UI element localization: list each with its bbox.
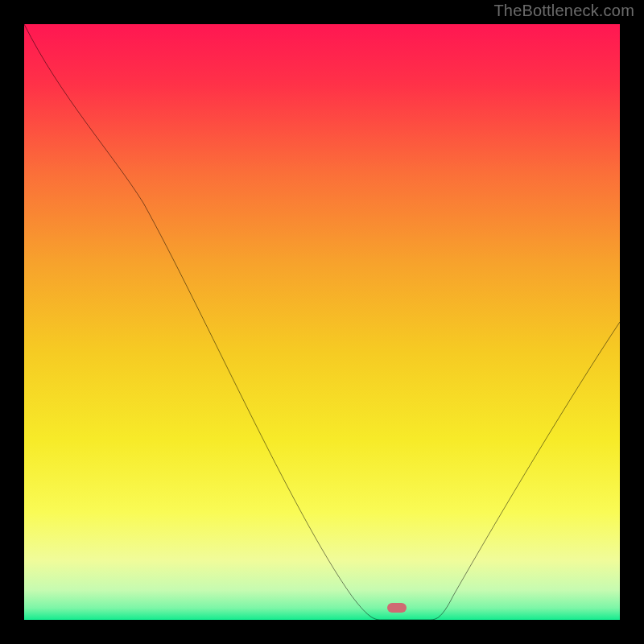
plot-area	[24, 24, 620, 620]
watermark-text: TheBottleneck.com	[493, 2, 634, 20]
bottleneck-curve	[24, 24, 620, 620]
chart-container: TheBottleneck.com	[0, 0, 644, 644]
optimal-marker	[387, 603, 407, 613]
